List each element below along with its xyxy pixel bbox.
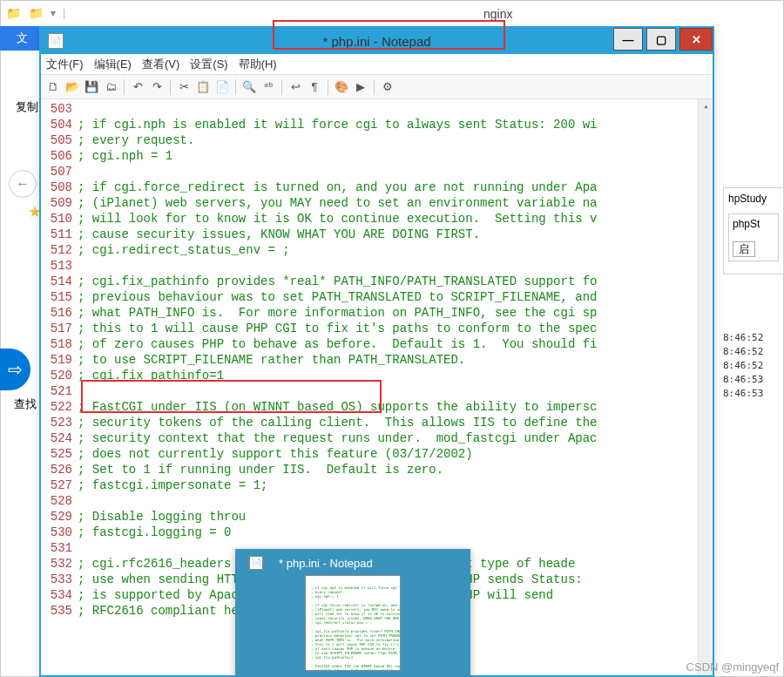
code-line[interactable]: ; Set to 1 if running under IIS. Default… — [78, 462, 713, 477]
line-number: 504 — [41, 117, 72, 132]
code-line[interactable] — [78, 164, 713, 179]
code-line[interactable]: ; what PATH_INFO is. For more informatio… — [78, 305, 713, 321]
line-number: 506 — [41, 148, 72, 164]
watermark: CSDN @mingyeqf — [686, 660, 779, 674]
title-bar[interactable]: 📄 * php.ini - Notepad — ▢ ✕ — [41, 28, 713, 54]
toolbar-cut-icon[interactable]: ✂ — [175, 78, 193, 96]
folder-icon[interactable]: 📁 — [28, 5, 44, 21]
code-line[interactable]: ; fastcgi.logging = 0 — [78, 525, 713, 540]
folder-icon[interactable]: 📁 — [5, 5, 21, 21]
code-line[interactable]: ; does not currently support this featur… — [78, 446, 713, 462]
code-line[interactable]: ; cgi.fix_pathinfo provides *real* PATH_… — [78, 274, 713, 289]
code-line[interactable]: ; FastCGI under IIS (on WINNT based OS) … — [78, 399, 713, 415]
toolbar-separator — [328, 79, 328, 95]
code-line[interactable]: ; of zero causes PHP to behave as before… — [78, 336, 713, 352]
line-number: 523 — [41, 415, 72, 430]
toolbar-opts-icon[interactable]: ⚙ — [379, 78, 396, 96]
right-panel: hpStudy phpSt 启 — [723, 187, 784, 274]
minimize-button[interactable]: — — [613, 28, 643, 51]
thumb-preview[interactable]: ; if cgi.nph is enabled it will force cg… — [305, 575, 401, 671]
menu-item[interactable]: 编辑(E) — [94, 57, 132, 72]
close-button[interactable]: ✕ — [679, 28, 713, 51]
toolbar-separator — [235, 79, 236, 95]
line-number: 527 — [41, 477, 72, 493]
copy-label: 复制 — [16, 99, 38, 115]
quick-access-toolbar: 📁 📁 ▾ | — [2, 2, 69, 24]
line-number: 528 — [41, 493, 72, 509]
code-line[interactable]: ; if cgi.force_redirect is turned on, an… — [78, 179, 713, 195]
toolbar-run-icon[interactable]: ▶ — [352, 78, 369, 96]
taskbar-thumbnail[interactable]: 📄 * php.ini - Notepad ; if cgi.nph is en… — [235, 549, 470, 677]
menu-item[interactable]: 查看(V) — [142, 57, 179, 72]
code-line[interactable]: ; (iPlanet) web servers, you MAY need to… — [78, 195, 713, 211]
vertical-scrollbar[interactable]: ▴ — [698, 99, 713, 675]
nav-back-button[interactable]: ← — [9, 170, 37, 198]
toolbar-find-icon[interactable]: 🔍 — [240, 78, 258, 96]
code-line[interactable]: ; cgi.nph = 1 — [78, 148, 713, 164]
code-line[interactable]: ; cgi.fix_pathinfo=1 — [78, 368, 713, 383]
line-number: 531 — [41, 540, 72, 556]
line-number: 505 — [41, 132, 72, 148]
code-line[interactable]: ; security tokens of the calling client.… — [78, 415, 713, 430]
code-line[interactable]: ; fastcgi.impersonate = 1; — [78, 477, 713, 493]
ribbon-tab-file[interactable]: 文 — [0, 26, 44, 51]
code-line[interactable]: ; Disable logging throu — [78, 509, 713, 525]
line-number: 535 — [41, 603, 72, 619]
toolbar-separator — [124, 79, 125, 95]
line-number: 533 — [41, 572, 72, 587]
toolbar-color-icon[interactable]: 🎨 — [333, 78, 350, 96]
toolbar-copy-icon[interactable]: 📋 — [194, 78, 212, 96]
code-line[interactable] — [78, 493, 713, 509]
toolbar-undo-icon[interactable]: ↶ — [129, 78, 146, 96]
toolbar-ws-icon[interactable]: ¶ — [306, 78, 323, 96]
toolbar-replace-icon[interactable]: ᵃᵇ — [260, 78, 277, 96]
toolbar-save-icon[interactable]: 💾 — [83, 78, 100, 96]
thumb-app-icon: 📄 — [249, 556, 263, 570]
line-number: 521 — [41, 383, 72, 399]
toolbar-redo-icon[interactable]: ↷ — [148, 78, 166, 96]
code-line[interactable]: ; to use SCRIPT_FILENAME rather than PAT… — [78, 352, 713, 368]
toolbar-separator — [170, 79, 171, 95]
line-number: 530 — [41, 525, 72, 540]
code-line[interactable]: ; will look for to know it is OK to cont… — [78, 211, 713, 227]
menu-item[interactable]: 设置(S) — [190, 57, 227, 72]
code-line[interactable]: ; previous behaviour was to set PATH_TRA… — [78, 289, 713, 305]
toolbar-wrap-icon[interactable]: ↩ — [287, 78, 304, 96]
code-line[interactable]: ; every request. — [78, 132, 713, 148]
line-number: 510 — [41, 211, 72, 227]
log-time: 8:46:52 — [723, 345, 784, 359]
menu-item[interactable]: 文件(F) — [46, 57, 84, 72]
divider: | — [63, 7, 65, 19]
code-line[interactable] — [78, 383, 713, 399]
search-label: 查找 — [14, 396, 37, 412]
menu-bar: 文件(F)编辑(E)查看(V)设置(S)帮助(H) — [41, 54, 713, 75]
code-line[interactable]: ; cause security issues, KNOW WHAT YOU A… — [78, 227, 713, 242]
code-line[interactable] — [78, 101, 713, 117]
scroll-up-button[interactable]: ▴ — [699, 99, 713, 114]
code-line[interactable]: ; if cgi.nph is enabled it will force cg… — [78, 117, 713, 132]
toolbar-separator — [374, 79, 375, 95]
line-number: 516 — [41, 305, 72, 321]
right-panel-button[interactable]: 启 — [733, 241, 755, 257]
line-number: 515 — [41, 289, 72, 305]
toolbar-saveall-icon[interactable]: 🗂 — [102, 78, 119, 96]
line-number: 514 — [41, 274, 72, 289]
code-line[interactable]: ; this to 1 will cause PHP CGI to fix it… — [78, 321, 713, 336]
thumb-title: * php.ini - Notepad — [279, 557, 373, 570]
maximize-button[interactable]: ▢ — [646, 28, 676, 51]
code-line[interactable] — [78, 258, 713, 274]
code-line[interactable]: ; security context that the request runs… — [78, 430, 713, 446]
toolbar-paste-icon[interactable]: 📄 — [213, 78, 231, 96]
log-time: 8:46:52 — [723, 331, 784, 345]
toolbar-new-icon[interactable]: 🗋 — [44, 78, 62, 96]
toolbar-open-icon[interactable]: 📂 — [64, 78, 81, 96]
line-number: 513 — [41, 258, 72, 274]
right-panel-text: phpSt — [733, 218, 760, 230]
code-line[interactable]: ; cgi.redirect_status_env = ; — [78, 242, 713, 258]
log-time: 8:46:53 — [723, 373, 784, 387]
dropdown-icon[interactable]: ▾ — [51, 7, 56, 19]
window-title: * php.ini - Notepad — [322, 34, 430, 49]
menu-item[interactable]: 帮助(H) — [239, 57, 277, 72]
line-number: 525 — [41, 446, 72, 462]
line-number: 518 — [41, 336, 72, 352]
